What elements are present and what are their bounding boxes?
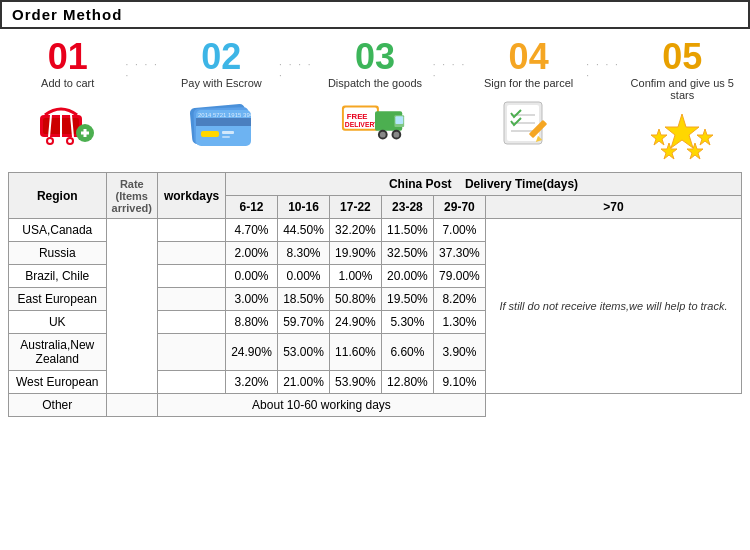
rate-header: Rate(Itemsarrived) [106,173,158,219]
step-3: 03 Dispatch the goods FREE DELIVERY [317,39,432,150]
delivery-time-label: Delivery Time(days) [465,177,578,191]
step-1-label: Add to cart [41,77,94,89]
workdays-cell [158,288,226,311]
step-2-icon: 2014 5721 1915 3946 [186,95,256,150]
connector-2: · · · · · [279,39,317,81]
region-cell: Australia,NewZealand [9,334,107,371]
pct-29-70: 9.10% [433,371,485,394]
pct-6-12: 3.00% [226,288,278,311]
pct-17-22: 1.00% [329,265,381,288]
workdays-cell [158,371,226,394]
pct-29-70: 8.20% [433,288,485,311]
connector-1: · · · · · [125,39,163,81]
svg-text:DELIVERY: DELIVERY [345,120,379,127]
pct-23-28: 11.50% [381,219,433,242]
region-header: Region [9,173,107,219]
pct-10-16: 0.00% [278,265,330,288]
step-5: 05 Confim and give us 5 stars [625,39,740,162]
region-cell: West European [9,371,107,394]
step-2: 02 Pay with Escrow 2014 5721 1915 3946 [164,39,279,150]
pct-17-22: 53.90% [329,371,381,394]
pct-17-22: 11.60% [329,334,381,371]
region-cell: UK [9,311,107,334]
pct-10-16: 53.00% [278,334,330,371]
pct-6-12: 3.20% [226,371,278,394]
svg-rect-16 [201,131,219,137]
pct-23-28: 5.30% [381,311,433,334]
delivery-table: Region Rate(Itemsarrived) workdays China… [8,172,742,417]
pct-29-70: 79.00% [433,265,485,288]
table-section: Region Rate(Itemsarrived) workdays China… [0,168,750,421]
other-about: About 10-60 working days [158,394,486,417]
rate-values-cell [106,219,158,394]
col-23-28: 23-28 [381,196,433,219]
svg-point-30 [393,131,399,137]
svg-point-6 [48,139,52,143]
step-1: 01 Add to cart [10,39,125,150]
pct-29-70: 37.30% [433,242,485,265]
pct-23-28: 12.80% [381,371,433,394]
workdays-cell [158,334,226,371]
step-1-number: 01 [48,39,88,75]
pct-29-70: 1.30% [433,311,485,334]
pct-10-16: 18.50% [278,288,330,311]
pct-6-12: 24.90% [226,334,278,371]
region-cell: Russia [9,242,107,265]
cart-svg [35,95,100,150]
region-cell: Brazil, Chile [9,265,107,288]
workdays-cell [158,265,226,288]
pct-23-28: 6.60% [381,334,433,371]
svg-text:2014 5721 1915 3946: 2014 5721 1915 3946 [198,112,256,118]
svg-marker-40 [697,129,713,145]
card-svg: 2014 5721 1915 3946 [186,98,256,148]
svg-rect-11 [84,129,87,137]
other-rate [106,394,158,417]
pct-17-22: 50.80% [329,288,381,311]
pct-10-16: 59.70% [278,311,330,334]
pct-10-16: 8.30% [278,242,330,265]
truck-svg: FREE DELIVERY [340,97,410,149]
pct-6-12: 0.00% [226,265,278,288]
col-29-70: 29-70 [433,196,485,219]
step-1-icon [33,95,103,150]
pct-10-16: 44.50% [278,219,330,242]
china-post-label: China Post [389,177,452,191]
region-other: Other [9,394,107,417]
steps-section: 01 Add to cart [0,29,750,168]
col-6-12: 6-12 [226,196,278,219]
pct-6-12: 2.00% [226,242,278,265]
page-header: Order Method [0,0,750,29]
step-3-label: Dispatch the goods [328,77,422,89]
step-3-icon: FREE DELIVERY [340,95,410,150]
step-4-number: 04 [509,39,549,75]
pct-6-12: 4.70% [226,219,278,242]
workdays-cell [158,242,226,265]
svg-rect-15 [196,118,251,126]
step-5-number: 05 [662,39,702,75]
pct-23-28: 19.50% [381,288,433,311]
col-17-22: 17-22 [329,196,381,219]
col-10-16: 10-16 [278,196,330,219]
pct-17-22: 19.90% [329,242,381,265]
svg-rect-26 [395,116,403,124]
step-4-icon [494,95,564,150]
region-cell: East European [9,288,107,311]
svg-rect-18 [222,136,230,138]
connector-4: · · · · · [586,39,624,81]
step-5-icon [647,107,717,162]
table-row: USA,Canada 4.70% 44.50% 32.20% 11.50% 7.… [9,219,742,242]
chinapost-header: China Post Delivery Time(days) [226,173,742,196]
pct-29-70: 3.90% [433,334,485,371]
step-2-number: 02 [201,39,241,75]
pct-23-28: 20.00% [381,265,433,288]
pct-17-22: 32.20% [329,219,381,242]
table-row-other: Other About 10-60 working days [9,394,742,417]
svg-marker-39 [651,129,667,145]
workdays-cell [158,311,226,334]
pct-23-28: 32.50% [381,242,433,265]
workdays-cell [158,219,226,242]
stars-svg [647,109,717,161]
svg-point-8 [68,139,72,143]
pct-10-16: 21.00% [278,371,330,394]
region-cell: USA,Canada [9,219,107,242]
